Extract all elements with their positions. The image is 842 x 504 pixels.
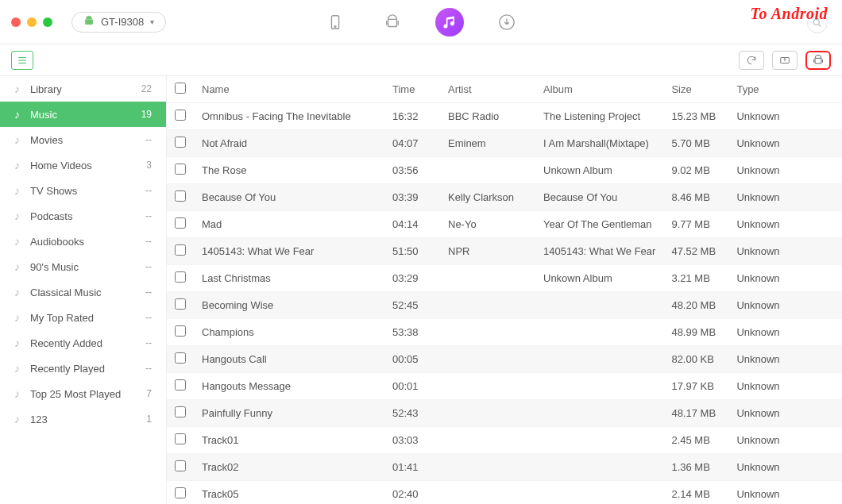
- sidebar-item-count: 7: [146, 388, 152, 399]
- row-checkbox[interactable]: [175, 433, 186, 444]
- sidebar-item-music[interactable]: ♪Music19: [0, 102, 166, 127]
- sidebar-item-label: Recently Added: [30, 337, 145, 349]
- sidebar-item-classical-music[interactable]: ♪Classical Music--: [0, 279, 166, 305]
- cell-name: 1405143: What We Fear: [194, 238, 384, 265]
- cell-size: 48.99 MB: [663, 319, 728, 346]
- toolbar: [0, 44, 842, 76]
- playlist-icon: ♪: [14, 83, 30, 95]
- sidebar-item-tv-shows[interactable]: ♪TV Shows--: [0, 178, 166, 203]
- col-album[interactable]: Album: [535, 76, 663, 103]
- sidebar-item-label: Recently Played: [30, 363, 145, 375]
- row-checkbox[interactable]: [175, 190, 186, 202]
- phone-icon[interactable]: [321, 8, 350, 37]
- row-checkbox[interactable]: [175, 271, 186, 283]
- music-tab-icon[interactable]: [435, 8, 464, 37]
- download-icon[interactable]: [492, 8, 521, 37]
- to-android-button[interactable]: [805, 51, 831, 70]
- col-type[interactable]: Type: [728, 76, 842, 103]
- sidebar-item-home-videos[interactable]: ♪Home Videos3: [0, 152, 166, 178]
- cell-name: Because Of You: [194, 184, 384, 211]
- sidebar-item-top-25-most-played[interactable]: ♪Top 25 Most Played7: [0, 381, 166, 406]
- row-checkbox[interactable]: [175, 325, 186, 337]
- cell-type: Unknown: [728, 373, 842, 400]
- table-row[interactable]: 1405143: What We Fear51:50NPR1405143: Wh…: [167, 238, 842, 265]
- playlist-icon: ♪: [14, 210, 30, 222]
- table-row[interactable]: The Rose03:56Unkown Album9.02 MBUnknown: [167, 157, 842, 184]
- table-header-row: Name Time Artist Album Size Type: [167, 76, 842, 103]
- cell-size: 2.45 MB: [663, 427, 728, 454]
- playlist-icon: ♪: [14, 184, 30, 197]
- row-checkbox[interactable]: [175, 110, 186, 121]
- col-size[interactable]: Size: [663, 76, 728, 103]
- row-checkbox[interactable]: [175, 298, 186, 310]
- table-row[interactable]: Track0201:411.36 MBUnknown: [167, 454, 842, 481]
- cell-name: Champions: [194, 319, 384, 346]
- cell-name: Hangouts Message: [194, 373, 384, 400]
- table-row[interactable]: Champions53:3848.99 MBUnknown: [167, 319, 842, 346]
- cell-album: The Listening Project: [535, 103, 663, 130]
- table-row[interactable]: Track0502:402.14 MBUnknown: [167, 481, 842, 505]
- cell-size: 17.97 KB: [663, 373, 728, 400]
- row-checkbox[interactable]: [175, 406, 186, 417]
- row-checkbox[interactable]: [175, 487, 186, 498]
- table-row[interactable]: Painfully Funny52:4348.17 MBUnknown: [167, 400, 842, 427]
- row-checkbox[interactable]: [175, 244, 186, 256]
- sidebar-item-podcasts[interactable]: ♪Podcasts--: [0, 203, 166, 229]
- sidebar-item-count: 22: [141, 83, 152, 94]
- sidebar-item-label: Library: [30, 83, 141, 95]
- row-checkbox[interactable]: [175, 217, 186, 229]
- sidebar-item-label: 90's Music: [30, 261, 145, 273]
- refresh-button[interactable]: [739, 51, 764, 70]
- cell-time: 04:14: [384, 211, 440, 238]
- row-checkbox[interactable]: [175, 352, 186, 364]
- device-dropdown[interactable]: GT-I9308 ▾: [71, 12, 166, 33]
- row-checkbox[interactable]: [175, 460, 186, 471]
- table-row[interactable]: Hangouts Call00:0582.00 KBUnknown: [167, 346, 842, 373]
- table-row[interactable]: Hangouts Message00:0117.97 KBUnknown: [167, 373, 842, 400]
- list-view-toggle[interactable]: [11, 51, 33, 70]
- col-artist[interactable]: Artist: [440, 76, 535, 103]
- to-android-annotation: To Android: [751, 5, 828, 23]
- sidebar-item-recently-added[interactable]: ♪Recently Added--: [0, 330, 166, 356]
- cell-artist: [440, 319, 535, 346]
- row-checkbox[interactable]: [175, 164, 186, 175]
- playlist-icon: ♪: [14, 133, 30, 146]
- col-time[interactable]: Time: [384, 76, 440, 103]
- table-row[interactable]: Mad04:14Ne-YoYear Of The Gentleman9.77 M…: [167, 211, 842, 238]
- minimize-window-button[interactable]: [27, 17, 37, 27]
- sidebar-item-audiobooks[interactable]: ♪Audiobooks--: [0, 229, 166, 254]
- cell-album: Because Of You: [535, 184, 663, 211]
- row-checkbox[interactable]: [175, 137, 186, 148]
- table-row[interactable]: Omnibus - Facing The Inevitable16:32BBC …: [167, 103, 842, 130]
- table-row[interactable]: Track0103:032.45 MBUnknown: [167, 427, 842, 454]
- playlist-icon: ♪: [14, 235, 30, 248]
- row-checkbox[interactable]: [175, 379, 186, 391]
- table-row[interactable]: Not Afraid04:07EminemI Am Marshall(Mixta…: [167, 130, 842, 157]
- sidebar-item-123[interactable]: ♪1231: [0, 406, 166, 432]
- close-window-button[interactable]: [11, 17, 21, 27]
- sidebar-item-recently-played[interactable]: ♪Recently Played--: [0, 356, 166, 381]
- table-row[interactable]: Because Of You03:39Kelly ClarksonBecause…: [167, 184, 842, 211]
- table-row[interactable]: Becoming Wise52:4548.20 MBUnknown: [167, 292, 842, 319]
- sidebar-item-movies[interactable]: ♪Movies--: [0, 127, 166, 152]
- cell-size: 47.52 MB: [663, 238, 728, 265]
- select-all-checkbox[interactable]: [175, 83, 186, 94]
- cell-name: Track01: [194, 427, 384, 454]
- android-circle-icon[interactable]: [378, 8, 407, 37]
- export-to-computer-button[interactable]: [772, 51, 798, 70]
- col-name[interactable]: Name: [194, 76, 384, 103]
- cell-time: 02:40: [384, 481, 440, 505]
- sidebar-item-count: --: [145, 363, 152, 374]
- tracks-table: Name Time Artist Album Size Type Omnibus…: [167, 76, 842, 504]
- sidebar-item-my-top-rated[interactable]: ♪My Top Rated--: [0, 305, 166, 330]
- cell-time: 00:05: [384, 346, 440, 373]
- cell-album: Unkown Album: [535, 265, 663, 292]
- sidebar: ♪Library22♪Music19♪Movies--♪Home Videos3…: [0, 76, 167, 504]
- cell-type: Unknown: [728, 211, 842, 238]
- sidebar-item-90-s-music[interactable]: ♪90's Music--: [0, 254, 166, 279]
- table-row[interactable]: Last Christmas03:29Unkown Album3.21 MBUn…: [167, 265, 842, 292]
- cell-size: 82.00 KB: [663, 346, 728, 373]
- zoom-window-button[interactable]: [43, 17, 52, 27]
- sidebar-item-label: Home Videos: [30, 160, 146, 171]
- sidebar-item-library[interactable]: ♪Library22: [0, 76, 166, 102]
